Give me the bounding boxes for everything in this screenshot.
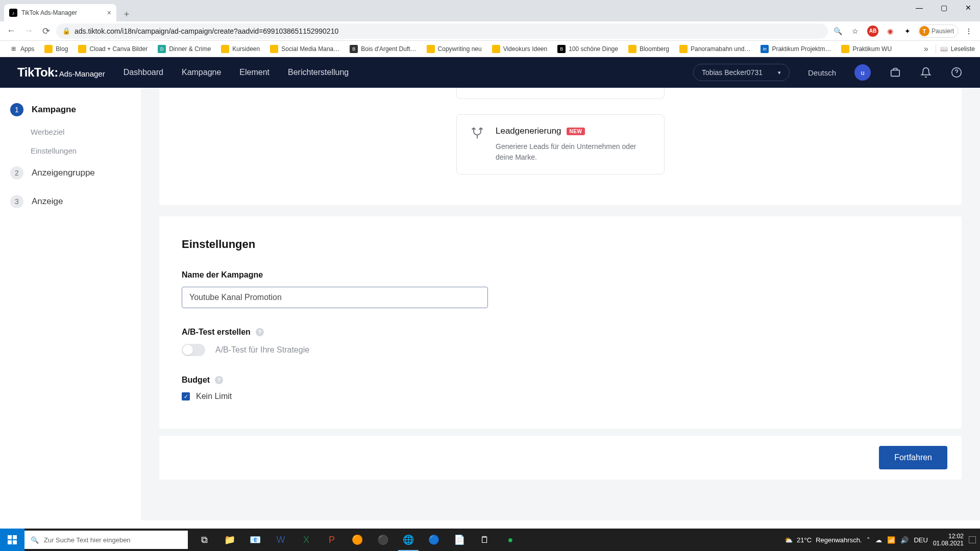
nav-element[interactable]: Element	[239, 68, 270, 77]
reload-icon[interactable]: ⟳	[39, 24, 53, 38]
continue-button[interactable]: Fortfahren	[879, 446, 947, 469]
start-button[interactable]	[0, 529, 24, 551]
substep-einstellungen[interactable]: Einstellungen	[0, 141, 141, 160]
bookmark-item[interactable]: inPraktikum Projektm…	[756, 43, 835, 55]
explorer-icon[interactable]: 📁	[217, 529, 242, 551]
excel-icon[interactable]: X	[294, 529, 318, 551]
step-anzeigengruppe[interactable]: 2 Anzeigengruppe	[0, 160, 141, 186]
star-icon[interactable]: ☆	[848, 24, 863, 38]
bookmark-apps[interactable]: ⊞Apps	[5, 43, 38, 55]
no-limit-label: Kein Limit	[196, 392, 232, 401]
bookmark-item[interactable]: Kursideen	[217, 43, 264, 55]
wifi-icon[interactable]: 📶	[887, 536, 895, 544]
profile-avatar: T	[919, 26, 929, 36]
bookmark-item[interactable]: Copywriting neu	[423, 43, 486, 55]
mail-icon[interactable]: 📧	[243, 529, 267, 551]
weather-widget[interactable]: ⛅ 21°C Regenwahrsch.	[785, 536, 862, 544]
clock[interactable]: 12:02 01.08.2021	[933, 533, 964, 547]
nav-dashboard[interactable]: Dashboard	[124, 68, 163, 77]
user-name: Tobias Becker0731	[702, 68, 763, 77]
language-selector[interactable]: Deutsch	[808, 68, 836, 77]
no-limit-checkbox[interactable]: ✓	[182, 392, 190, 400]
close-window-icon[interactable]: ✕	[957, 0, 980, 15]
extension-adblock-icon[interactable]: AB	[866, 24, 880, 38]
app-icon[interactable]: 🟠	[345, 529, 370, 551]
bookmark-item[interactable]: Praktikum WU	[837, 43, 896, 55]
zoom-icon[interactable]: 🔍	[831, 24, 845, 38]
objective-leadgen-card[interactable]: Leadgenerierung NEW Generiere Leads für …	[456, 114, 665, 174]
bookmark-item[interactable]: Videokurs Ideen	[488, 43, 552, 55]
bookmark-item[interactable]: DDinner & Crime	[154, 43, 215, 55]
weather-icon: ⛅	[785, 536, 793, 544]
new-badge: NEW	[567, 128, 585, 135]
time: 12:02	[933, 533, 964, 540]
spotify-icon[interactable]: ●	[498, 529, 523, 551]
tray-chevron-icon[interactable]: ˄	[867, 536, 870, 544]
maximize-icon[interactable]: ▢	[932, 0, 955, 15]
step-kampagne[interactable]: 1 Kampagne	[0, 97, 141, 122]
bookmark-item[interactable]: B100 schöne Dinge	[553, 43, 622, 55]
step-number: 3	[10, 195, 23, 208]
profile-button[interactable]: T Pausiert	[918, 24, 959, 38]
search-placeholder: Zur Suche Text hier eingeben	[44, 536, 131, 544]
back-icon[interactable]: ←	[4, 24, 18, 38]
svg-rect-0	[891, 70, 900, 76]
sidebar: 1 Kampagne Werbeziel Einstellungen 2 Anz…	[0, 88, 141, 520]
nav-bericht[interactable]: Berichterstellung	[288, 68, 349, 77]
logo[interactable]: TikTok: Ads-Manager	[17, 65, 105, 80]
edge-icon[interactable]: 🔵	[422, 529, 446, 551]
abtest-label: A/B-Test erstellen ?	[182, 328, 939, 337]
bookmark-item[interactable]: Blog	[40, 43, 72, 55]
forward-icon[interactable]: →	[21, 24, 36, 38]
extensions-menu-icon[interactable]: ✦	[900, 24, 915, 38]
language-indicator[interactable]: DEU	[914, 536, 927, 544]
help-icon[interactable]: ?	[256, 328, 264, 336]
help-icon[interactable]: ?	[215, 376, 223, 384]
task-view-icon[interactable]: ⧉	[192, 529, 216, 551]
help-icon[interactable]	[950, 66, 963, 79]
close-icon[interactable]: ×	[107, 9, 111, 17]
nav-kampagne[interactable]: Kampagne	[182, 68, 221, 77]
taskbar-search[interactable]: 🔍 Zur Suche Text hier eingeben	[24, 531, 188, 549]
powerpoint-icon[interactable]: P	[320, 529, 344, 551]
app-icon[interactable]: 📄	[447, 529, 472, 551]
extension-icon[interactable]: ◉	[883, 24, 897, 38]
substep-werbeziel[interactable]: Werbeziel	[0, 122, 141, 141]
weather-temp: 21°C	[797, 536, 812, 544]
bookmarks-overflow[interactable]: »	[921, 44, 932, 54]
campaign-name-label: Name der Kampagne	[182, 270, 939, 280]
bookmark-item[interactable]: Panoramabahn und…	[675, 43, 754, 55]
new-tab-button[interactable]: +	[119, 7, 134, 21]
menu-icon[interactable]: ⋮	[962, 24, 976, 38]
app-icon[interactable]: 🗒	[473, 529, 497, 551]
onedrive-icon[interactable]: ☁	[875, 536, 882, 544]
step-label: Kampagne	[32, 105, 76, 115]
obs-icon[interactable]: ⚫	[371, 529, 395, 551]
logo-main: TikTok:	[17, 65, 58, 80]
user-dropdown[interactable]: Tobias Becker0731 ▾	[693, 64, 790, 81]
objective-card-partial[interactable]	[456, 88, 665, 99]
bookmark-item[interactable]: Social Media Mana…	[266, 43, 344, 55]
abtest-sublabel: A/B-Test für Ihre Strategie	[215, 345, 309, 355]
minimize-icon[interactable]: —	[908, 0, 931, 15]
volume-icon[interactable]: 🔊	[900, 536, 909, 544]
step-anzeige[interactable]: 3 Anzeige	[0, 189, 141, 214]
browser-tab[interactable]: ♪ TikTok Ads-Manager ×	[4, 4, 116, 21]
abtest-toggle[interactable]	[182, 344, 205, 356]
address-bar[interactable]: 🔒 ads.tiktok.com/i18n/campaign/ad-campai…	[56, 23, 828, 39]
chrome-icon[interactable]: 🌐	[396, 529, 421, 551]
toggle-knob	[183, 345, 193, 355]
reading-list-button[interactable]: 📖Leseliste	[940, 45, 975, 53]
logo-sub: Ads-Manager	[59, 69, 105, 78]
avatar[interactable]: u	[854, 64, 871, 81]
bookmark-item[interactable]: BBois d'Argent Duft…	[346, 43, 420, 55]
bell-icon[interactable]	[920, 66, 932, 79]
word-icon[interactable]: W	[268, 529, 293, 551]
content-area: Leadgenerierung NEW Generiere Leads für …	[141, 88, 980, 520]
briefcase-icon[interactable]	[889, 66, 901, 79]
notification-icon[interactable]	[969, 536, 976, 543]
bookmark-item[interactable]: Cload + Canva Bilder	[74, 43, 152, 55]
system-tray[interactable]: ˄ ☁ 📶 🔊 DEU	[867, 536, 927, 544]
campaign-name-input[interactable]	[182, 287, 488, 308]
bookmark-item[interactable]: Bloomberg	[624, 43, 673, 55]
